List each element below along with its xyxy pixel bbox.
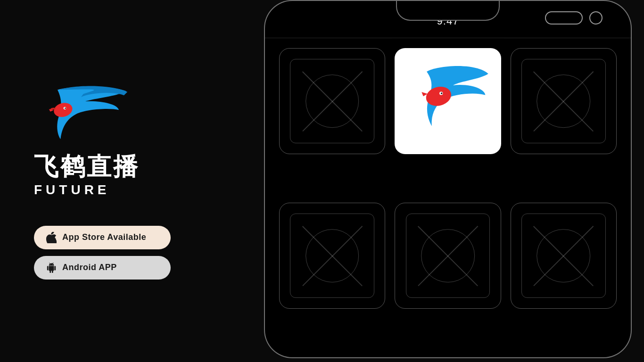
left-panel: 飞鹤直播 FUTURE App Store Available Android … <box>0 0 245 362</box>
svg-point-5 <box>441 92 443 94</box>
app-placeholder-2 <box>511 48 617 154</box>
phone-mockup: 9:47 <box>226 0 644 362</box>
camera-circle <box>589 11 603 25</box>
apple-icon <box>45 231 58 244</box>
android-icon <box>45 262 58 274</box>
volume-pill <box>545 11 583 25</box>
brand-name-english: FUTURE <box>34 182 110 197</box>
app-placeholder-5 <box>511 203 617 309</box>
download-buttons: App Store Available Android APP <box>34 226 245 280</box>
app-icon-main[interactable] <box>395 48 501 154</box>
phone-notch <box>396 0 500 21</box>
appstore-button[interactable]: App Store Available <box>34 226 171 249</box>
android-label: Android APP <box>62 263 117 272</box>
top-right-controls <box>545 11 603 25</box>
appstore-label: App Store Available <box>62 232 146 242</box>
phone-frame: 9:47 <box>264 0 632 358</box>
brand-logo-icon <box>34 82 128 148</box>
android-button[interactable]: Android APP <box>34 256 171 280</box>
app-placeholder-4 <box>395 203 501 309</box>
app-placeholder-1 <box>279 48 385 154</box>
app-grid <box>265 39 631 357</box>
logo-area: 飞鹤直播 FUTURE <box>34 82 245 197</box>
top-divider <box>265 38 631 38</box>
app-placeholder-3 <box>279 203 385 309</box>
svg-point-2 <box>65 108 66 109</box>
brand-name-chinese: 飞鹤直播 <box>34 153 140 180</box>
